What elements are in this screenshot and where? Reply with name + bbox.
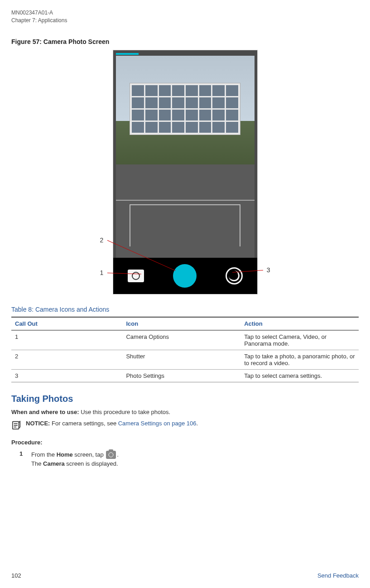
notice-post: . — [196, 420, 198, 427]
camera-icons-table: Call Out Icon Action 1 Camera Options Ta… — [11, 317, 359, 382]
callout-2: 2 — [100, 236, 104, 244]
notice-pre: For camera settings, see — [50, 420, 118, 427]
step-text: The — [31, 460, 43, 467]
step-content: From the Home screen, tap . The Camera s… — [31, 450, 119, 469]
procedure-label: Procedure: — [11, 439, 359, 446]
shutter-button-icon — [173, 264, 197, 288]
figure-container: 1 2 3 — [11, 50, 359, 294]
camera-app-icon — [106, 451, 116, 459]
cell-callout: 3 — [11, 369, 122, 382]
camera-options-icon — [128, 270, 144, 282]
photo-settings-icon — [226, 267, 243, 284]
notice-row: NOTICE: For camera settings, see Camera … — [11, 420, 359, 430]
cell-callout: 1 — [11, 330, 122, 350]
doc-id: MN002347A01-A — [11, 9, 359, 17]
notice-icon — [11, 420, 21, 430]
when-where-text: Use this procedure to take photos. — [79, 409, 171, 415]
cell-icon: Camera Options — [122, 330, 240, 350]
viewfinder-area — [116, 56, 255, 164]
table-header-action: Action — [240, 317, 359, 330]
callout-1: 1 — [100, 269, 104, 276]
camera-screenshot — [113, 50, 258, 294]
table-title: Table 8: Camera Icons and Actions — [11, 306, 359, 313]
table-row: 1 Camera Options Tap to select Camera, V… — [11, 330, 359, 350]
step-text: . — [117, 451, 119, 458]
cell-icon: Photo Settings — [122, 369, 240, 382]
progress-bar — [116, 53, 139, 55]
notice-link[interactable]: Camera Settings on page 106 — [118, 420, 197, 427]
table-row: 2 Shutter Tap to take a photo, a panoram… — [11, 350, 359, 369]
section-title: Taking Photos — [11, 394, 359, 404]
procedure-step-1: 1 From the Home screen, tap . The Camera… — [19, 450, 359, 469]
page-footer: 102 Send Feedback — [11, 572, 359, 579]
step-bold: Camera — [43, 460, 65, 467]
when-where-line: When and where to use: Use this procedur… — [11, 409, 359, 415]
cell-action: Tap to select Camera, Video, or Panorama… — [240, 330, 359, 350]
document-header: MN002347A01-A Chapter 7: Applications — [11, 9, 359, 24]
cell-callout: 2 — [11, 350, 122, 369]
step-number: 1 — [19, 450, 26, 469]
cell-action: Tap to take a photo, a panoramic photo, … — [240, 350, 359, 369]
table-header-icon: Icon — [122, 317, 240, 330]
notice-label: NOTICE: — [26, 420, 50, 427]
chapter-label: Chapter 7: Applications — [11, 17, 359, 24]
step-text: screen is displayed. — [65, 460, 118, 467]
when-where-label: When and where to use: — [11, 409, 79, 415]
step-text: From the — [31, 451, 57, 458]
figure-title: Figure 57: Camera Photo Screen — [11, 38, 359, 45]
cell-action: Tap to select camera settings. — [240, 369, 359, 382]
send-feedback-link[interactable]: Send Feedback — [317, 572, 359, 579]
step-text: screen, tap — [73, 451, 106, 458]
table-header-callout: Call Out — [11, 317, 122, 330]
parking-area — [116, 164, 255, 258]
page-number: 102 — [11, 572, 21, 579]
callout-3: 3 — [267, 266, 270, 274]
step-bold: Home — [57, 451, 73, 458]
camera-controls-bar — [113, 258, 257, 294]
table-row: 3 Photo Settings Tap to select camera se… — [11, 369, 359, 382]
notice-text: NOTICE: For camera settings, see Camera … — [26, 420, 198, 427]
cell-icon: Shutter — [122, 350, 240, 369]
